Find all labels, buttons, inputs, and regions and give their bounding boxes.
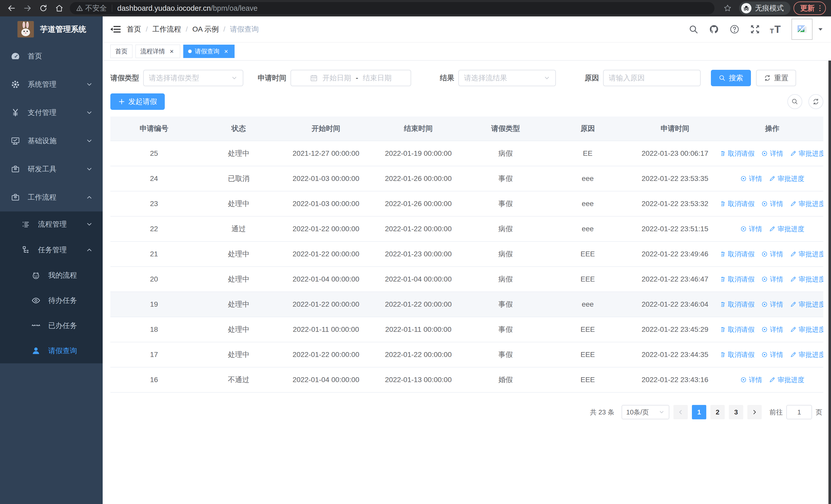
sidebar-item-支付管理[interactable]: 支付管理 bbox=[0, 98, 103, 127]
refresh-table-button[interactable] bbox=[808, 94, 823, 109]
approval-progress-link[interactable]: 审批进度 bbox=[769, 225, 804, 234]
page-scrollbar[interactable] bbox=[828, 17, 831, 504]
next-page-button[interactable] bbox=[747, 405, 762, 419]
sidebar-item-待办任务[interactable]: 待办任务 bbox=[0, 288, 103, 313]
close-icon[interactable]: × bbox=[223, 48, 230, 55]
github-icon[interactable] bbox=[708, 24, 720, 35]
approval-progress-link[interactable]: 审批进度 bbox=[769, 376, 804, 384]
actions-cell: 取消请假详情审批进度 bbox=[721, 250, 823, 259]
approval-progress-link[interactable]: 审批进度 bbox=[769, 174, 804, 183]
sidebar-item-流程管理[interactable]: 流程管理 bbox=[0, 211, 103, 237]
detail-link[interactable]: 详情 bbox=[761, 275, 783, 284]
user-icon bbox=[31, 346, 40, 355]
forward-icon[interactable] bbox=[23, 3, 32, 13]
app-logo[interactable]: 芋道管理系统 bbox=[0, 17, 103, 42]
detail-link[interactable]: 详情 bbox=[761, 350, 783, 359]
detail-link[interactable]: 详情 bbox=[740, 376, 762, 384]
cancel-leave-link[interactable]: 取消请假 bbox=[721, 199, 754, 208]
create-leave-button[interactable]: 发起请假 bbox=[110, 93, 165, 110]
approval-progress-link[interactable]: 审批进度 bbox=[790, 325, 823, 334]
close-icon[interactable]: × bbox=[168, 48, 175, 55]
sidebar-item-我的流程[interactable]: 我的流程 bbox=[0, 263, 103, 288]
plus-icon bbox=[118, 98, 125, 105]
page-size-select[interactable]: 10条/页 bbox=[622, 405, 669, 419]
approval-progress-link[interactable]: 审批进度 bbox=[790, 199, 823, 208]
result-select[interactable]: 请选择流结果 bbox=[458, 70, 556, 86]
user-avatar[interactable] bbox=[792, 19, 812, 40]
leave-type-select[interactable]: 请选择请假类型 bbox=[143, 70, 243, 86]
not-secure-badge[interactable]: 不安全 bbox=[76, 3, 107, 13]
cancel-leave-link[interactable]: 取消请假 bbox=[721, 275, 754, 284]
search-icon[interactable] bbox=[688, 24, 699, 35]
approval-progress-link[interactable]: 审批进度 bbox=[790, 149, 823, 158]
address-bar[interactable]: 不安全 dashboard.yudao.iocoder.cn/bpm/oa/le… bbox=[70, 2, 715, 14]
cancel-leave-link[interactable]: 取消请假 bbox=[721, 350, 754, 359]
page-button-3[interactable]: 3 bbox=[729, 405, 743, 419]
table-cell: EEE bbox=[547, 376, 629, 384]
search-button[interactable]: 搜索 bbox=[711, 70, 751, 86]
detail-link[interactable]: 详情 bbox=[761, 325, 783, 334]
detail-link[interactable]: 详情 bbox=[761, 300, 783, 309]
active-dot bbox=[188, 50, 192, 53]
back-icon[interactable] bbox=[7, 3, 17, 13]
navbar: 首页/工作流程/OA 示例/请假查询 TT bbox=[103, 17, 831, 42]
tag-首页[interactable]: 首页 bbox=[110, 45, 133, 58]
table-row: 20处理中2022-01-04 00:00:002022-01-04 00:00… bbox=[110, 267, 823, 292]
tag-流程详情[interactable]: 流程详情× bbox=[136, 45, 180, 58]
avatar-dropdown-caret-icon[interactable] bbox=[817, 26, 824, 33]
approval-progress-link[interactable]: 审批进度 bbox=[790, 250, 823, 259]
toggle-search-button[interactable] bbox=[787, 94, 802, 109]
prev-page-button[interactable] bbox=[674, 405, 688, 419]
sidebar-item-研发工具[interactable]: 研发工具 bbox=[0, 155, 103, 183]
cancel-leave-link[interactable]: 取消请假 bbox=[721, 250, 754, 259]
incognito-badge[interactable]: 无痕模式 bbox=[739, 2, 791, 15]
tag-请假查询[interactable]: 请假查询× bbox=[183, 45, 235, 58]
page-button-1[interactable]: 1 bbox=[692, 405, 706, 419]
sidebar-item-已办任务[interactable]: 已办任务 bbox=[0, 313, 103, 338]
chevron-down-icon bbox=[86, 166, 93, 173]
cancel-leave-link[interactable]: 取消请假 bbox=[721, 325, 754, 334]
sidebar-item-首页[interactable]: 首页 bbox=[0, 42, 103, 70]
dashboard-icon bbox=[11, 52, 20, 61]
detail-link[interactable]: 详情 bbox=[740, 174, 762, 183]
detail-link[interactable]: 详情 bbox=[740, 225, 762, 234]
breadcrumb-item[interactable]: OA 示例 bbox=[193, 24, 219, 34]
cancel-leave-link[interactable]: 取消请假 bbox=[721, 149, 754, 158]
reset-button[interactable]: 重置 bbox=[756, 70, 796, 86]
bookmark-star-icon[interactable] bbox=[723, 3, 733, 13]
approval-progress-link[interactable]: 审批进度 bbox=[790, 275, 823, 284]
cancel-leave-link[interactable]: 取消请假 bbox=[721, 300, 754, 309]
table-cell: EEE bbox=[547, 250, 629, 258]
sidebar-item-系统管理[interactable]: 系统管理 bbox=[0, 70, 103, 98]
sidebar-item-请假查询[interactable]: 请假查询 bbox=[0, 338, 103, 363]
home-icon[interactable] bbox=[54, 3, 64, 13]
table-cell: 2022-01-22 00:00:00 bbox=[372, 225, 464, 233]
detail-link[interactable]: 详情 bbox=[761, 149, 783, 158]
reload-icon[interactable] bbox=[38, 3, 48, 13]
breadcrumb-item[interactable]: 工作流程 bbox=[152, 24, 181, 34]
approval-progress-link[interactable]: 审批进度 bbox=[790, 300, 823, 309]
detail-link[interactable]: 详情 bbox=[761, 250, 783, 259]
page-button-2[interactable]: 2 bbox=[710, 405, 725, 419]
approval-progress-link[interactable]: 审批进度 bbox=[790, 350, 823, 359]
sidebar-collapse-icon[interactable] bbox=[110, 24, 121, 35]
reason-input[interactable] bbox=[603, 70, 700, 86]
actions-cell: 取消请假详情审批进度 bbox=[721, 275, 823, 284]
table-cell: 病假 bbox=[464, 149, 547, 158]
font-size-icon[interactable]: TT bbox=[770, 24, 781, 34]
update-label: 更新 bbox=[800, 3, 814, 13]
apply-time-range-picker[interactable]: 开始日期 - 结束日期 bbox=[290, 70, 411, 86]
table-cell: 事假 bbox=[464, 325, 547, 334]
help-icon[interactable] bbox=[729, 24, 740, 35]
chevron-down-icon bbox=[544, 75, 550, 81]
goto-page-input[interactable] bbox=[786, 405, 812, 419]
browser-update-button[interactable]: 更新 bbox=[794, 2, 826, 15]
breadcrumb-item[interactable]: 首页 bbox=[127, 24, 141, 34]
sidebar-item-基础设施[interactable]: 基础设施 bbox=[0, 127, 103, 155]
table-cell: 2022-01-04 00:00:00 bbox=[280, 275, 372, 283]
robot-icon bbox=[31, 271, 40, 280]
fullscreen-icon[interactable] bbox=[749, 24, 761, 35]
sidebar-item-工作流程[interactable]: 工作流程 bbox=[0, 183, 103, 211]
detail-link[interactable]: 详情 bbox=[761, 199, 783, 208]
sidebar-item-任务管理[interactable]: 任务管理 bbox=[0, 237, 103, 263]
